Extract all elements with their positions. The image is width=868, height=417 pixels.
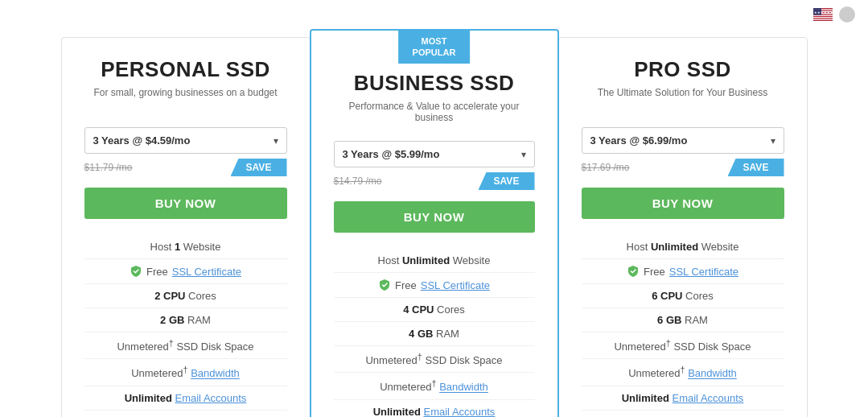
feature-item: 4 GB RAM [334,321,535,345]
price-select: 3 Years @ $6.99/mo [590,134,771,147]
svg-rect-6 [813,19,833,20]
plans-container: PERSONAL SSD For small, growing business… [0,29,868,417]
feature-item: Unlimited Email Accounts [334,399,535,417]
save-row: $11.79 /mo SAVE [84,159,287,176]
pricing-box[interactable]: 3 Years @ $4.59/mo ▾ [84,127,287,154]
save-badge: SAVE [479,172,535,190]
features-list: Host Unlimited Website Free SSL Certific… [334,249,535,417]
feature-item: Host Unlimited Website [334,249,535,272]
feature-item: Free SSL Certificate [334,272,535,297]
shield-icon [627,265,640,278]
original-price: $17.69 /mo [582,162,630,173]
buy-now-button[interactable]: BUY NOW [582,188,784,219]
feature-item: Unmetered† Bandwidth [334,372,535,398]
dropdown-arrow-icon[interactable]: ▾ [521,149,526,160]
original-price: $11.79 /mo [84,162,133,173]
feature-item: Unmetered† SSD Disk Space [84,332,287,358]
save-badge: SAVE [728,159,784,176]
ssl-link[interactable]: SSL Certificate [669,266,738,278]
svg-rect-4 [813,15,833,16]
pricing-box[interactable]: 3 Years @ $5.99/mo ▾ [334,141,535,167]
buy-now-button[interactable]: BUY NOW [334,201,535,233]
feature-item: Unmetered† SSD Disk Space [582,332,784,358]
ssl-link[interactable]: SSL Certificate [172,266,241,278]
feature-item: 4 CPU Cores [334,297,535,321]
bandwidth-link[interactable]: Bandwidth [688,368,737,380]
price-select: 3 Years @ $5.99/mo [343,148,521,160]
plan-title: PRO SSD [582,57,784,82]
feature-item: Host Unlimited Website [582,235,784,258]
dropdown-arrow-icon[interactable]: ▾ [771,135,775,147]
most-popular-badge: MOSTPOPULAR [398,31,471,64]
feature-item: 6 GB RAM [582,308,784,332]
flag-icon: ★★★★★★ [813,8,833,21]
feature-link[interactable]: Email Accounts [672,392,743,404]
pricing-box[interactable]: 3 Years @ $6.99/mo ▾ [582,127,784,154]
feature-item: Unmetered† Bandwidth [84,358,287,385]
buy-now-button[interactable]: BUY NOW [84,188,287,219]
save-badge: SAVE [231,159,287,176]
top-bar: ★★★★★★ [0,0,868,29]
feature-item: 2 GB RAM [84,308,287,332]
features-list: Host Unlimited Website Free SSL Certific… [582,235,784,417]
plan-subtitle: For small, growing businesses on a budge… [84,87,287,113]
feature-item: Free SSL Certificate [84,258,287,283]
feature-item: Unmetered† SSD Disk Space [334,345,535,372]
plan-card-personal: PERSONAL SSD For small, growing business… [61,37,311,417]
feature-item: Unlimited Email Accounts [582,386,784,410]
svg-rect-5 [813,17,833,18]
save-row: $14.79 /mo SAVE [334,172,535,190]
feature-item: 6 CPU Cores [582,283,784,308]
feature-item: Free cPanel [582,410,784,417]
feature-item: Host 1 Website [84,235,287,258]
plan-title: PERSONAL SSD [84,57,287,82]
shield-icon [378,279,391,291]
feature-item: Unlimited Email Accounts [84,386,287,410]
original-price: $14.79 /mo [334,175,382,187]
shield-icon [130,265,142,278]
bandwidth-link[interactable]: Bandwidth [191,368,240,380]
plan-title: BUSINESS SSD [334,71,535,96]
feature-item: Unmetered† Bandwidth [582,358,784,385]
plan-card-business: MOSTPOPULAR BUSINESS SSD Performance & V… [310,29,559,417]
save-row: $17.69 /mo SAVE [582,159,784,176]
feature-item: Free cPanel [84,410,287,417]
price-select: 3 Years @ $4.59/mo [93,134,274,147]
ssl-link[interactable]: SSL Certificate [421,279,490,291]
feature-link[interactable]: Email Accounts [423,406,495,417]
feature-link[interactable]: Email Accounts [175,392,246,404]
plan-subtitle: The Ultimate Solution for Your Business [582,87,784,113]
bandwidth-link[interactable]: Bandwidth [439,382,488,394]
dropdown-arrow-icon[interactable]: ▾ [274,135,278,147]
feature-item: 2 CPU Cores [84,283,287,308]
plan-subtitle: Performance & Value to accelerate your b… [334,101,535,126]
person-icon [839,6,855,23]
feature-item: Free SSL Certificate [582,258,784,283]
svg-text:★★★★★★: ★★★★★★ [814,10,833,14]
plan-card-pro: PRO SSD The Ultimate Solution for Your B… [558,37,808,417]
features-list: Host 1 Website Free SSL Certificate 2 CP… [84,235,287,417]
